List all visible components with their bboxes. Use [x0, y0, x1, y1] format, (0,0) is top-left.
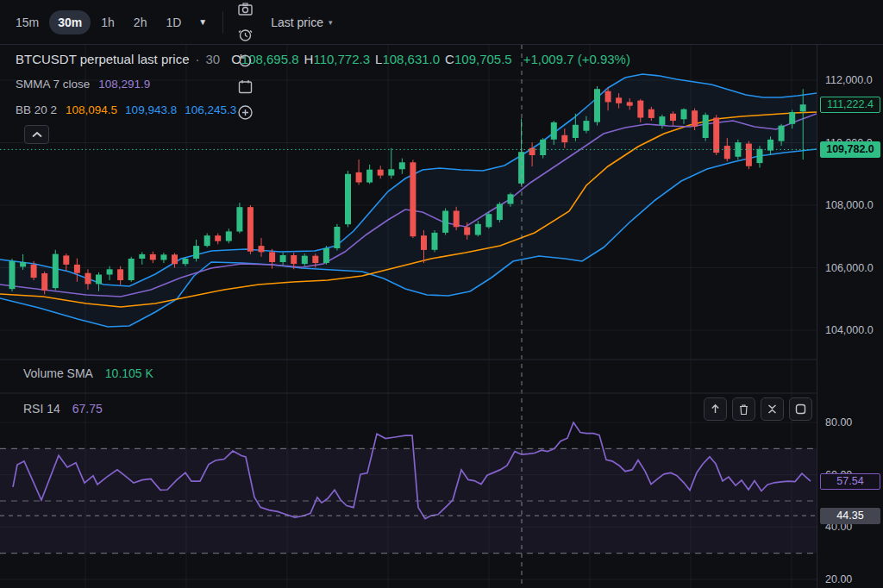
top-toolbar: 15m30m1h2h1D ▼ Last price ▾ — [0, 0, 883, 45]
price-tick-label: 108,000.0 — [825, 198, 874, 212]
price-line-badge: 109,782.0 — [820, 141, 880, 158]
rsi-value-badge: 57.54 — [820, 473, 880, 490]
snapshot-icon[interactable] — [232, 0, 258, 22]
interval-button-15m[interactable]: 15m — [7, 10, 47, 34]
ohlc-value-H: 110,772.3 — [313, 52, 370, 66]
indicator-name: BB 20 2 — [16, 103, 57, 116]
rsi-tick-label: 20.00 — [825, 572, 852, 586]
interval-switcher: 15m30m1h2h1D — [7, 10, 191, 34]
rsi-minimize-button[interactable] — [761, 397, 784, 421]
interval-button-1D[interactable]: 1D — [157, 10, 190, 34]
alert-icon[interactable] — [232, 22, 258, 48]
interval-button-1h[interactable]: 1h — [92, 10, 123, 34]
chart-canvas[interactable] — [0, 45, 817, 588]
ohlc-key-H: H — [304, 52, 314, 66]
rsi-legend[interactable]: RSI 14 67.75 — [23, 402, 103, 416]
price-source-label: Last price — [271, 16, 323, 29]
crosshair-value-badge: 44.35 — [820, 508, 880, 524]
symbol-legend[interactable]: BTCUSDT perpetual last price · 30 O108,6… — [16, 52, 630, 66]
volume-indicator-name: Volume SMA — [23, 366, 93, 380]
calendar-icon[interactable] — [232, 74, 258, 100]
ohlc-value-L: 108,631.0 — [382, 52, 440, 66]
toolbar-icons — [232, 0, 264, 126]
rsi-delete-button[interactable] — [732, 397, 755, 421]
chevron-down-icon: ▾ — [329, 18, 333, 27]
interval-dropdown-caret-icon[interactable]: ▼ — [191, 12, 214, 32]
volume-sma-value: 10.105 K — [105, 366, 153, 380]
indicator-value: 106,245.3 — [185, 103, 236, 116]
ohlc-key-C: C — [445, 52, 454, 66]
last-price-badge: 111,222.4 — [820, 97, 880, 113]
rsi-pane — [0, 422, 817, 554]
indicator-name: SMMA 7 close — [16, 78, 90, 91]
chevron-up-icon — [32, 131, 42, 138]
ohlc-value-C: 109,705.5 — [454, 52, 512, 66]
add-icon[interactable] — [232, 100, 258, 126]
indicator-value: 109,943.8 — [125, 103, 177, 116]
indicator-value: 108,094.5 — [66, 103, 117, 116]
interval-button-2h[interactable]: 2h — [125, 10, 156, 34]
price-tick-label: 106,000.0 — [825, 261, 874, 275]
rsi-pane-toolbar — [704, 397, 812, 421]
volume-legend[interactable]: Volume SMA 10.105 K — [23, 366, 153, 380]
replay-icon[interactable] — [232, 48, 258, 74]
rsi-maximize-button[interactable] — [789, 397, 812, 421]
indicator-legend-row[interactable]: SMMA 7 close108,291.9 — [16, 78, 158, 91]
price-tick-label: 104,000.0 — [825, 323, 874, 337]
price-axis[interactable]: 112,000.0110,000.0108,000.0106,000.0104,… — [817, 45, 883, 588]
indicator-value: 108,291.9 — [98, 78, 150, 91]
legend-interval: 30 — [205, 52, 220, 66]
interval-button-30m[interactable]: 30m — [49, 10, 91, 34]
rsi-value: 67.75 — [72, 402, 103, 416]
toolbar-divider — [222, 11, 223, 34]
price-source-dropdown[interactable]: Last price ▾ — [264, 10, 339, 34]
rsi-move-up-button[interactable] — [704, 397, 727, 421]
ohlc-values: O108,695.8H110,772.3L108,631.0C109,705.5 — [226, 52, 512, 66]
symbol-title: BTCUSDT perpetual last price — [16, 52, 189, 66]
indicator-legend-row[interactable]: BB 20 2108,094.5109,943.8106,245.3 — [16, 103, 244, 116]
trading-app: 15m30m1h2h1D ▼ Last price ▾ BTCUSDT perp… — [0, 0, 883, 588]
change-value: +1,009.7 (+0.93%) — [523, 52, 630, 66]
rsi-indicator-name: RSI 14 — [23, 402, 60, 416]
price-tick-label: 112,000.0 — [825, 73, 873, 87]
legend-separator: · — [195, 52, 199, 66]
legend-collapse-button[interactable] — [24, 125, 49, 144]
rsi-tick-label: 80.00 — [825, 416, 852, 429]
